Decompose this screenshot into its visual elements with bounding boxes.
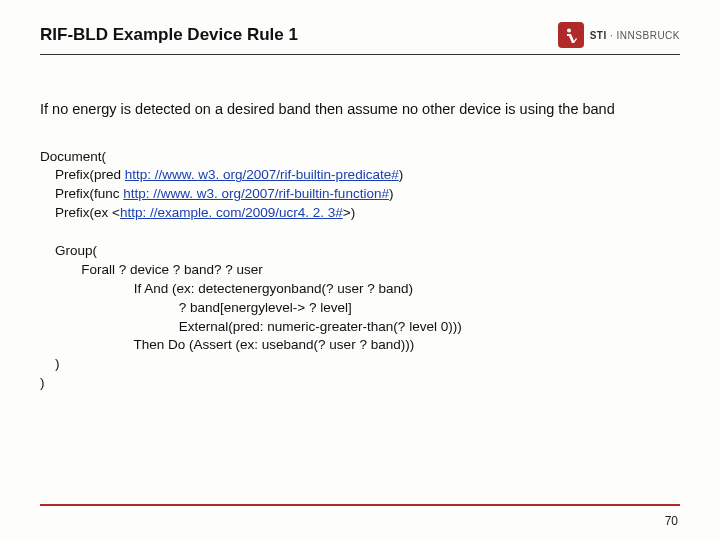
code-link[interactable]: http: //example. com/2009/ucr4. 2. 3#	[120, 205, 343, 220]
code-line: Group(	[40, 243, 97, 258]
code-line: If And (ex: detectenergyonband(? user ? …	[40, 281, 413, 296]
code-line: Forall ? device ? band? ? user	[40, 262, 263, 277]
code-link[interactable]: http: //www. w3. org/2007/rif-builtin-pr…	[125, 167, 399, 182]
code-line: External(pred: numeric-greater-than(? le…	[40, 319, 462, 334]
logo: STI · INNSBRUCK	[558, 22, 680, 48]
slide-title: RIF-BLD Example Device Rule 1	[40, 25, 298, 45]
code-line: Document(	[40, 149, 106, 164]
logo-text: STI · INNSBRUCK	[590, 30, 680, 41]
intro-text: If no energy is detected on a desired ba…	[40, 100, 680, 120]
code-line: Prefix(pred	[40, 167, 125, 182]
footer-divider	[40, 504, 680, 506]
code-line: )	[389, 186, 394, 201]
code-block: Document( Prefix(pred http: //www. w3. o…	[40, 148, 680, 394]
code-line: Then Do (Assert (ex: useband(? user ? ba…	[40, 337, 414, 352]
code-line: >)	[343, 205, 355, 220]
page-number: 70	[665, 514, 678, 528]
code-line: )	[40, 356, 60, 371]
code-line: )	[40, 375, 45, 390]
code-link[interactable]: http: //www. w3. org/2007/rif-builtin-fu…	[123, 186, 389, 201]
logo-sub: INNSBRUCK	[617, 30, 680, 41]
slide: RIF-BLD Example Device Rule 1 STI · INNS…	[0, 0, 720, 393]
header-divider	[40, 54, 680, 55]
code-line: Prefix(func	[40, 186, 123, 201]
code-line: )	[399, 167, 404, 182]
svg-point-0	[567, 29, 571, 33]
logo-sep: ·	[607, 30, 617, 41]
logo-badge-icon	[558, 22, 584, 48]
header-row: RIF-BLD Example Device Rule 1 STI · INNS…	[40, 22, 680, 48]
logo-brand: STI	[590, 30, 607, 41]
code-line: Prefix(ex <	[40, 205, 120, 220]
code-line: ? band[energylevel-> ? level]	[40, 300, 352, 315]
